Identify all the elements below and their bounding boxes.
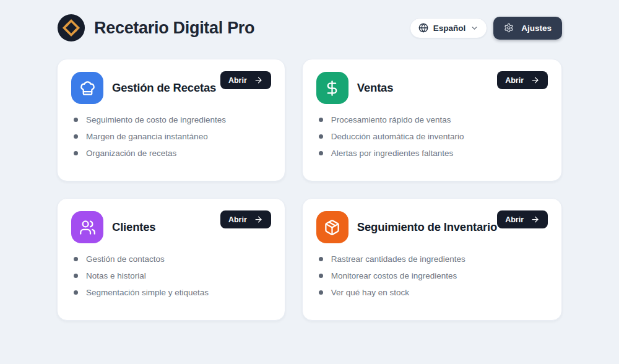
bullet-dot — [319, 290, 323, 295]
open-button-label: Abrir — [505, 76, 524, 85]
list-item: Gestión de contactos — [74, 251, 271, 267]
feature-list: Seguimiento de costo de ingredientes Mar… — [71, 111, 271, 162]
card-header: Gestión de Recetas Abrir — [71, 72, 271, 104]
arrow-right-icon — [254, 76, 263, 85]
bullet-dot — [74, 257, 78, 261]
card-title: Clientes — [112, 220, 155, 234]
bullet-dot — [74, 290, 78, 295]
header-actions: Español Ajustes — [410, 17, 562, 40]
feature-text: Ver qué hay en stock — [331, 288, 409, 297]
bullet-dot — [319, 274, 323, 278]
settings-label: Ajustes — [521, 24, 552, 33]
bullet-dot — [319, 257, 323, 261]
open-recetas-button[interactable]: Abrir — [220, 71, 271, 89]
list-item: Notas e historial — [74, 267, 271, 284]
page-title: Recetario Digital Pro — [94, 19, 254, 38]
list-item: Rastrear cantidades de ingredientes — [319, 251, 548, 267]
feature-text: Margen de ganancia instantáneo — [86, 132, 208, 141]
list-item: Segmentación simple y etiquetas — [74, 284, 271, 301]
open-ventas-button[interactable]: Abrir — [497, 71, 548, 89]
card-recetas: Gestión de Recetas Abrir Seguimiento de … — [57, 59, 285, 181]
card-header: Ventas Abrir — [316, 72, 548, 104]
list-item: Ver qué hay en stock — [319, 284, 548, 301]
bullet-dot — [74, 134, 78, 139]
card-ventas: Ventas Abrir Procesamiento rápido de ven… — [302, 59, 562, 181]
globe-icon — [418, 23, 428, 33]
open-inventario-button[interactable]: Abrir — [497, 210, 548, 228]
bullet-dot — [319, 118, 323, 122]
list-item: Deducción automática de inventario — [319, 128, 548, 145]
language-selector[interactable]: Español — [410, 18, 488, 38]
chevron-down-icon — [470, 24, 478, 32]
app-header: Recetario Digital Pro Español Ajustes — [0, 0, 619, 42]
bullet-dot — [74, 118, 78, 122]
feature-text: Rastrear cantidades de ingredientes — [331, 254, 465, 264]
list-item: Seguimiento de costo de ingredientes — [74, 111, 271, 128]
list-item: Monitorear costos de ingredientes — [319, 267, 548, 284]
chef-hat-icon — [71, 72, 103, 104]
arrow-right-icon — [530, 215, 540, 224]
language-value: Español — [433, 24, 466, 33]
bullet-dot — [74, 151, 78, 155]
arrow-right-icon — [254, 215, 263, 224]
users-icon — [71, 211, 103, 243]
feature-text: Organización de recetas — [86, 149, 176, 158]
feature-text: Deducción automática de inventario — [331, 132, 464, 141]
bullet-dot — [74, 274, 78, 278]
card-clientes: Clientes Abrir Gestión de contactos Nota… — [57, 198, 285, 321]
list-item: Margen de ganancia instantáneo — [74, 128, 271, 145]
settings-button[interactable]: Ajustes — [493, 17, 562, 40]
feature-text: Alertas por ingredientes faltantes — [331, 149, 453, 158]
card-title: Gestión de Recetas — [112, 81, 216, 95]
feature-list: Rastrear cantidades de ingredientes Moni… — [316, 251, 548, 301]
card-title: Seguimiento de Inventario — [357, 220, 497, 234]
app-logo-icon — [57, 14, 85, 42]
gear-icon — [504, 23, 514, 33]
feature-text: Notas e historial — [86, 271, 146, 280]
card-inventario: Seguimiento de Inventario Abrir Rastrear… — [302, 198, 562, 321]
card-header: Clientes Abrir — [71, 211, 271, 243]
arrow-right-icon — [530, 76, 540, 85]
module-grid: Gestión de Recetas Abrir Seguimiento de … — [57, 59, 562, 321]
bullet-dot — [319, 134, 323, 139]
list-item: Organización de recetas — [74, 145, 271, 162]
dollar-sign-icon — [316, 72, 348, 104]
feature-text: Segmentación simple y etiquetas — [86, 288, 209, 297]
feature-text: Monitorear costos de ingredientes — [331, 271, 457, 280]
open-button-label: Abrir — [228, 215, 247, 224]
bullet-dot — [319, 151, 323, 155]
package-icon — [316, 211, 348, 243]
list-item: Alertas por ingredientes faltantes — [319, 145, 548, 162]
open-button-label: Abrir — [228, 76, 247, 85]
card-header: Seguimiento de Inventario Abrir — [316, 211, 548, 243]
card-title: Ventas — [357, 81, 393, 95]
feature-list: Gestión de contactos Notas e historial S… — [71, 251, 271, 301]
list-item: Procesamiento rápido de ventas — [319, 111, 548, 128]
feature-text: Gestión de contactos — [86, 254, 165, 264]
feature-list: Procesamiento rápido de ventas Deducción… — [316, 111, 548, 162]
feature-text: Procesamiento rápido de ventas — [331, 115, 451, 124]
feature-text: Seguimiento de costo de ingredientes — [86, 115, 226, 124]
open-button-label: Abrir — [505, 215, 524, 224]
open-clientes-button[interactable]: Abrir — [220, 210, 271, 228]
